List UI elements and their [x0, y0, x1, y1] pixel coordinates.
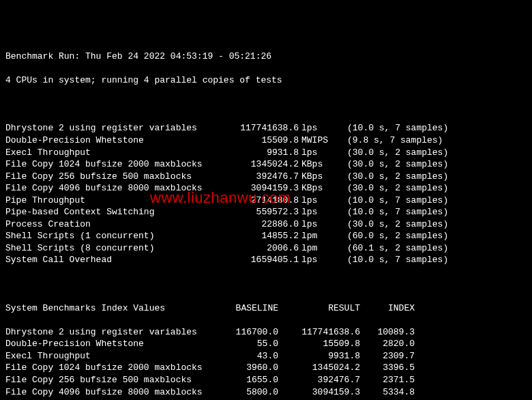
- result-unit: KBps: [299, 171, 339, 183]
- result-row: Shell Scripts (8 concurrent)2006.6lpm(60…: [5, 242, 527, 255]
- result-unit: lps: [299, 254, 339, 266]
- result-row: File Copy 4096 bufsize 8000 maxblocks309…: [5, 182, 527, 195]
- index-name: File Copy 4096 bufsize 8000 maxblocks: [5, 386, 217, 399]
- result-timing: (10.0 s, 7 samples): [339, 254, 470, 266]
- index-result: 117741638.6: [278, 326, 360, 339]
- index-header-baseline: BASELINE: [217, 302, 278, 315]
- result-row: Process Creation22886.0lps(30.0 s, 2 sam…: [5, 218, 527, 231]
- result-value: 22886.0: [224, 218, 299, 231]
- index-row: File Copy 1024 bufsize 2000 maxblocks396…: [5, 362, 527, 374]
- result-name: Shell Scripts (1 concurrent): [5, 230, 224, 242]
- result-unit: lps: [299, 122, 339, 134]
- result-row: File Copy 1024 bufsize 2000 maxblocks134…: [5, 158, 527, 171]
- result-timing: (10.0 s, 7 samples): [339, 195, 470, 207]
- index-baseline: 3960.0: [217, 362, 278, 374]
- result-unit: MWIPS: [299, 134, 339, 147]
- result-unit: lpm: [299, 242, 339, 255]
- index-name: File Copy 256 bufsize 500 maxblocks: [5, 374, 217, 386]
- result-timing: (30.0 s, 2 samples): [339, 171, 470, 183]
- result-value: 2714180.8: [224, 195, 299, 207]
- result-row: Pipe-based Context Switching559572.3lps(…: [5, 206, 527, 218]
- result-name: Dhrystone 2 using register variables: [5, 122, 224, 134]
- result-row: System Call Overhead1659405.1lps(10.0 s,…: [5, 254, 527, 266]
- result-value: 2006.6: [224, 242, 299, 255]
- index-name: Double-Precision Whetstone: [5, 338, 217, 350]
- index-baseline: 43.0: [217, 350, 278, 362]
- result-unit: KBps: [299, 182, 339, 195]
- index-value: 10089.3: [360, 326, 415, 339]
- index-row: File Copy 4096 bufsize 8000 maxblocks580…: [5, 386, 527, 399]
- blank-line: [5, 98, 527, 111]
- benchmark-run-line: Benchmark Run: Thu Feb 24 2022 04:53:19 …: [5, 51, 527, 63]
- index-header-index: INDEX: [360, 302, 415, 315]
- result-name: File Copy 256 bufsize 500 maxblocks: [5, 171, 224, 183]
- index-result: 9931.8: [278, 350, 360, 362]
- index-value: 5334.8: [360, 386, 415, 399]
- result-timing: (30.0 s, 2 samples): [339, 182, 470, 195]
- result-timing: (60.1 s, 2 samples): [339, 242, 470, 255]
- index-header-title: System Benchmarks Index Values: [5, 302, 217, 315]
- result-name: System Call Overhead: [5, 254, 224, 266]
- index-name: File Copy 1024 bufsize 2000 maxblocks: [5, 362, 217, 374]
- result-unit: lps: [299, 147, 339, 159]
- index-row: Dhrystone 2 using register variables1167…: [5, 326, 527, 339]
- index-header-result: RESULT: [278, 302, 360, 315]
- result-name: Double-Precision Whetstone: [5, 134, 224, 147]
- result-unit: KBps: [299, 158, 339, 171]
- result-timing: (30.0 s, 2 samples): [339, 218, 470, 231]
- result-value: 392476.7: [224, 171, 299, 183]
- result-name: Execl Throughput: [5, 147, 224, 159]
- result-timing: (10.0 s, 7 samples): [339, 122, 470, 134]
- index-baseline: 1655.0: [217, 374, 278, 386]
- results-table: Dhrystone 2 using register variables1177…: [5, 122, 527, 266]
- index-header-row: System Benchmarks Index ValuesBASELINERE…: [5, 302, 527, 315]
- result-value: 15509.8: [224, 134, 299, 147]
- result-unit: lps: [299, 206, 339, 218]
- result-name: Pipe Throughput: [5, 195, 224, 207]
- result-timing: (60.0 s, 2 samples): [339, 230, 470, 242]
- index-value: 2371.5: [360, 374, 415, 386]
- result-name: Process Creation: [5, 218, 224, 231]
- result-row: Double-Precision Whetstone15509.8MWIPS(9…: [5, 134, 527, 147]
- result-unit: lps: [299, 195, 339, 207]
- index-value: 2820.0: [360, 338, 415, 350]
- result-timing: (10.0 s, 7 samples): [339, 206, 470, 218]
- result-name: File Copy 1024 bufsize 2000 maxblocks: [5, 158, 224, 171]
- result-unit: lpm: [299, 230, 339, 242]
- index-row: Double-Precision Whetstone55.015509.8282…: [5, 338, 527, 350]
- result-value: 117741638.6: [224, 122, 299, 134]
- result-value: 1345024.2: [224, 158, 299, 171]
- result-row: Execl Throughput9931.8lps(30.0 s, 2 samp…: [5, 147, 527, 159]
- index-baseline: 5800.0: [217, 386, 278, 399]
- index-row: Execl Throughput43.09931.82309.7: [5, 350, 527, 362]
- cpu-info-line: 4 CPUs in system; running 4 parallel cop…: [5, 74, 527, 87]
- result-value: 1659405.1: [224, 254, 299, 266]
- result-value: 9931.8: [224, 147, 299, 159]
- blank-line: [5, 278, 527, 291]
- result-timing: (30.0 s, 2 samples): [339, 158, 470, 171]
- result-row: Pipe Throughput2714180.8lps(10.0 s, 7 sa…: [5, 195, 527, 207]
- index-value: 3396.5: [360, 362, 415, 374]
- index-row: File Copy 256 bufsize 500 maxblocks1655.…: [5, 374, 527, 386]
- result-unit: lps: [299, 218, 339, 231]
- index-name: Execl Throughput: [5, 350, 217, 362]
- result-row: File Copy 256 bufsize 500 maxblocks39247…: [5, 171, 527, 183]
- result-value: 14855.2: [224, 230, 299, 242]
- index-baseline: 55.0: [217, 338, 278, 350]
- result-row: Dhrystone 2 using register variables1177…: [5, 122, 527, 134]
- result-timing: (30.0 s, 2 samples): [339, 147, 470, 159]
- result-value: 3094159.3: [224, 182, 299, 195]
- index-result: 1345024.2: [278, 362, 360, 374]
- index-result: 15509.8: [278, 338, 360, 350]
- index-baseline: 116700.0: [217, 326, 278, 339]
- result-name: Pipe-based Context Switching: [5, 206, 224, 218]
- result-value: 559572.3: [224, 206, 299, 218]
- result-name: File Copy 4096 bufsize 8000 maxblocks: [5, 182, 224, 195]
- index-result: 3094159.3: [278, 386, 360, 399]
- index-value: 2309.7: [360, 350, 415, 362]
- index-table: Dhrystone 2 using register variables1167…: [5, 326, 527, 400]
- index-name: Dhrystone 2 using register variables: [5, 326, 217, 339]
- result-name: Shell Scripts (8 concurrent): [5, 242, 224, 255]
- result-timing: (9.8 s, 7 samples): [339, 134, 470, 147]
- index-result: 392476.7: [278, 374, 360, 386]
